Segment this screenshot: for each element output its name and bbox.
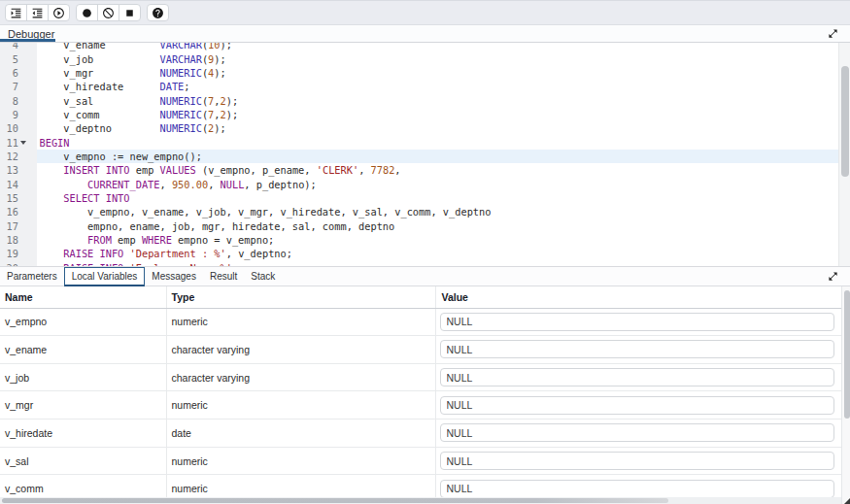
step-into-icon: [10, 7, 22, 19]
help-button[interactable]: [147, 4, 169, 21]
grid-vertical-scrollbar[interactable]: [841, 286, 850, 504]
code-token: DATE: [160, 81, 185, 92]
variable-type-cell[interactable]: date: [167, 420, 436, 447]
gutter-cell[interactable]: 14: [0, 178, 37, 191]
gutter-cell[interactable]: 5: [0, 52, 37, 66]
line-number: 13: [0, 163, 18, 177]
variable-value-input[interactable]: [440, 452, 834, 470]
variable-name-cell[interactable]: v_hiredate: [0, 420, 167, 447]
step-into-button[interactable]: [5, 4, 27, 21]
code-text: v_empno, v_ename, v_job, v_mgr, v_hireda…: [37, 205, 850, 218]
fold-marker-icon[interactable]: [18, 136, 30, 150]
code-token: emp: [112, 234, 142, 246]
column-header-value[interactable]: Value: [436, 286, 841, 308]
gutter-cell[interactable]: 7: [0, 80, 37, 93]
line-number: 6: [0, 66, 18, 80]
code-line-9: 9 v_comm NUMERIC(7,2);: [0, 108, 850, 121]
code-editor[interactable]: 4 v_ename VARCHAR(10);5 v_job VARCHAR(9)…: [0, 43, 850, 266]
variable-type-cell[interactable]: character varying: [167, 364, 436, 391]
gutter-cell[interactable]: 15: [0, 191, 37, 205]
gutter-cell[interactable]: 17: [0, 219, 37, 233]
code-text: v_sal NUMERIC(7,2);: [37, 94, 850, 108]
clear-breakpoints-icon: [102, 7, 115, 19]
fold-column: [18, 163, 30, 177]
grid-horizontal-scrollbar[interactable]: [0, 497, 841, 504]
fold-column: [18, 178, 30, 191]
expand-bottom-panel-button[interactable]: [828, 271, 839, 283]
stop-button[interactable]: [119, 4, 141, 21]
variable-type-cell[interactable]: character varying: [167, 336, 436, 363]
variable-type-cell[interactable]: numeric: [167, 309, 436, 336]
line-number: 17: [0, 219, 18, 233]
toolbar-button-group-2: [76, 4, 141, 21]
panel-tab-local-variables[interactable]: Local Variables: [64, 267, 146, 286]
fold-column: [18, 191, 30, 205]
fold-column: [18, 66, 30, 80]
line-number: 12: [0, 150, 18, 163]
variable-name-cell[interactable]: v_ename: [0, 336, 167, 363]
panel-tab-messages[interactable]: Messages: [145, 267, 203, 286]
code-token: empno, ename, job, mgr, hiredate, sal, c…: [40, 220, 395, 232]
panel-tab-stack[interactable]: Stack: [244, 267, 282, 286]
variable-name-cell[interactable]: v_sal: [0, 448, 167, 475]
fold-column: [18, 247, 30, 260]
code-token: 950.00: [172, 179, 208, 190]
line-number: 19: [0, 247, 18, 260]
stop-icon: [123, 7, 136, 19]
gutter-cell[interactable]: 4: [0, 43, 37, 52]
variable-value-input[interactable]: [440, 368, 834, 386]
debugger-toolbar: [0, 0, 850, 25]
code-line-4: 4 v_ename VARCHAR(10);: [0, 43, 850, 52]
gutter-cell[interactable]: 6: [0, 66, 37, 80]
variable-type-cell[interactable]: numeric: [167, 391, 436, 419]
variable-name-cell[interactable]: v_empno: [0, 309, 167, 336]
variable-value-input[interactable]: [440, 423, 834, 442]
grid-hscrollbar-thumb[interactable]: [2, 498, 668, 503]
panel-tab-bar: ParametersLocal VariablesMessagesResultS…: [0, 266, 850, 286]
gutter-cell[interactable]: 12: [0, 150, 37, 163]
code-token: v_deptno: [40, 122, 160, 134]
grid-vscrollbar-thumb[interactable]: [844, 290, 850, 419]
gutter-cell[interactable]: 11: [0, 136, 37, 150]
step-over-button[interactable]: [26, 4, 49, 21]
panel-tab-result[interactable]: Result: [203, 267, 244, 286]
code-token: v_mgr: [40, 67, 160, 79]
code-line-12-current: 12 v_empno := new_empno();: [0, 150, 850, 163]
fold-column: [18, 121, 30, 135]
code-line-8: 8 v_sal NUMERIC(7,2);: [0, 94, 850, 108]
code-token: v_empno, v_ename, v_job, v_mgr, v_hireda…: [40, 206, 492, 218]
gutter-cell[interactable]: 19: [0, 247, 37, 260]
gutter-cell[interactable]: 16: [0, 205, 37, 218]
code-token: emp: [130, 164, 160, 176]
code-token: CURRENT_DATE: [87, 179, 159, 190]
gutter-cell[interactable]: 9: [0, 108, 37, 121]
gutter-cell[interactable]: 10: [0, 121, 37, 135]
gutter-cell[interactable]: 8: [0, 94, 37, 108]
variable-type-cell[interactable]: numeric: [167, 448, 436, 475]
expand-editor-panel-button[interactable]: [828, 28, 839, 40]
code-token: [40, 234, 88, 246]
continue-button[interactable]: [48, 4, 70, 21]
code-text: INSERT INTO emp VALUES (v_empno, p_ename…: [37, 163, 850, 177]
editor-scrollbar-thumb[interactable]: [841, 66, 849, 177]
step-over-icon: [31, 7, 44, 19]
editor-vertical-scrollbar[interactable]: [838, 43, 850, 266]
clear-all-breakpoints-button[interactable]: [97, 4, 119, 21]
line-number: 7: [0, 80, 18, 93]
variable-value-input[interactable]: [440, 396, 834, 415]
variable-name-cell[interactable]: v_mgr: [0, 391, 167, 419]
code-line-13: 13 INSERT INTO emp VALUES (v_empno, p_en…: [0, 163, 850, 177]
fold-column: [18, 205, 30, 218]
variable-value-input[interactable]: [440, 480, 834, 498]
column-header-name[interactable]: Name: [0, 286, 167, 308]
code-line-5: 5 v_job VARCHAR(9);: [0, 52, 850, 66]
variable-name-cell[interactable]: v_job: [0, 364, 167, 391]
code-line-15: 15 SELECT INTO: [0, 191, 850, 205]
panel-tab-parameters[interactable]: Parameters: [0, 267, 64, 286]
toggle-breakpoint-button[interactable]: [76, 4, 98, 21]
variable-value-input[interactable]: [440, 313, 834, 331]
column-header-type[interactable]: Type: [167, 286, 436, 308]
gutter-cell[interactable]: 18: [0, 233, 37, 247]
variable-value-input[interactable]: [440, 340, 834, 358]
gutter-cell[interactable]: 13: [0, 163, 37, 177]
